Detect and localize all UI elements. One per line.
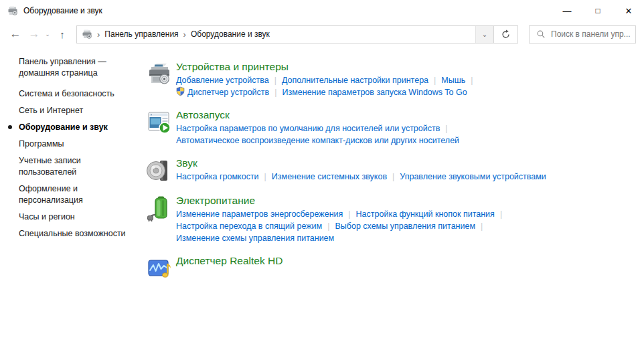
task-link[interactable]: Добавление устройства	[176, 76, 269, 85]
category-section: Устройства и принтерыДобавление устройст…	[146, 60, 632, 98]
search-box	[529, 25, 636, 43]
address-location-icon	[82, 29, 92, 39]
hardware-window-icon	[7, 5, 18, 16]
task-link[interactable]: Выбор схемы управления питанием	[335, 221, 475, 231]
window-title: Оборудование и звук	[23, 6, 102, 15]
task-separator: |	[481, 221, 483, 231]
sidebar-item-6[interactable]: Оформление и персонализация	[19, 183, 137, 206]
task-row: Настройка перехода в спящий режим|Выбор …	[176, 220, 632, 232]
task-row: Настройка параметров по умолчанию для но…	[176, 122, 632, 134]
task-link[interactable]: Изменение параметров запуска Windows To …	[282, 88, 467, 97]
recent-pages-dropdown[interactable]: ⌄	[43, 31, 52, 37]
breadcrumb-chevron[interactable]: ›	[183, 29, 186, 39]
category-section: Диспетчер Realtek HD	[146, 254, 632, 282]
breadcrumb-item[interactable]: Панель управления	[104, 29, 178, 39]
task-link[interactable]: Настройка функций кнопок питания	[356, 209, 495, 219]
sidebar-item-5[interactable]: Учетные записи пользователей	[19, 155, 137, 178]
task-separator: |	[348, 209, 350, 219]
task-link[interactable]: Настройка перехода в спящий режим	[176, 221, 322, 231]
category-title[interactable]: Диспетчер Realtek HD	[176, 254, 632, 267]
breadcrumb: ›Панель управления›Оборудование и звук	[77, 26, 475, 43]
category-title[interactable]: Устройства и принтеры	[176, 60, 632, 73]
task-link[interactable]: Изменение системных звуков	[272, 172, 387, 181]
sidebar-item-8[interactable]: Специальные возможности	[19, 228, 137, 240]
sidebar-item-label: Сеть и Интернет	[19, 106, 83, 115]
task-separator: |	[327, 221, 329, 231]
maximize-button[interactable]: □	[582, 0, 613, 21]
task-separator: |	[500, 209, 502, 219]
task-link[interactable]: Настройка громкости	[176, 172, 259, 181]
breadcrumb-chevron[interactable]: ›	[97, 29, 100, 39]
sidebar-item-label: Система и безопасность	[19, 89, 114, 98]
sidebar-item-label: Оформление и персонализация	[19, 184, 83, 205]
sidebar-item-label: Оборудование и звук	[19, 122, 108, 132]
speaker-icon[interactable]	[146, 157, 173, 184]
category-section: АвтозапускНастройка параметров по умолча…	[146, 108, 632, 147]
back-button[interactable]: ←	[8, 27, 23, 41]
sidebar-item-2[interactable]: Сеть и Интернет	[19, 105, 137, 116]
main-content: Устройства и принтерыДобавление устройст…	[146, 60, 632, 292]
category-title[interactable]: Автозапуск	[176, 108, 632, 121]
task-row: Автоматическое воспроизведение компакт-д…	[176, 134, 632, 147]
sidebar-item-3[interactable]: Оборудование и звук	[19, 122, 137, 133]
sidebar-item-label: Специальные возможности	[19, 229, 126, 238]
task-separator: |	[471, 76, 473, 85]
task-link[interactable]: Изменение схемы управления питанием	[176, 234, 334, 243]
title-bar: Оборудование и звук — □ ✕	[0, 0, 644, 21]
address-dropdown-button[interactable]: ⌄	[475, 26, 493, 43]
task-row: Изменение параметров энергосбережения|На…	[176, 208, 632, 220]
category-body: ЭлектропитаниеИзменение параметров энерг…	[176, 194, 632, 244]
uac-shield-icon	[176, 86, 185, 96]
task-link[interactable]: Дополнительные настройки принтера	[282, 76, 428, 85]
sidebar-item-0[interactable]: Панель управления — домашняя страница	[19, 56, 137, 79]
sidebar-item-7[interactable]: Часы и регион	[19, 211, 137, 223]
sidebar-item-4[interactable]: Программы	[19, 139, 137, 150]
category-section: ЭлектропитаниеИзменение параметров энерг…	[146, 194, 632, 244]
task-separator: |	[392, 172, 394, 181]
task-separator: |	[274, 88, 276, 97]
realtek-icon[interactable]	[146, 255, 173, 282]
up-button[interactable]: ↑	[55, 29, 70, 40]
task-link[interactable]: Автоматическое воспроизведение компакт-д…	[176, 136, 459, 145]
category-body: Диспетчер Realtek HD	[176, 254, 632, 282]
devices-printers-icon[interactable]	[146, 61, 173, 88]
task-separator: |	[434, 76, 436, 85]
current-page-bullet	[8, 125, 12, 129]
forward-button[interactable]: →	[27, 27, 42, 41]
sidebar-item-label: Часы и регион	[19, 212, 75, 221]
task-link[interactable]: Диспетчер устройств	[176, 88, 269, 97]
category-body: ЗвукНастройка громкости|Изменение систем…	[176, 157, 632, 184]
refresh-icon	[501, 29, 511, 39]
sidebar-item-label: Программы	[19, 139, 64, 149]
autoplay-icon[interactable]	[146, 109, 173, 136]
sidebar-item-1[interactable]: Система и безопасность	[19, 88, 137, 100]
task-link[interactable]: Мышь	[441, 76, 465, 85]
sidebar-item-label: Панель управления — домашняя страница	[19, 57, 106, 78]
category-title[interactable]: Звук	[176, 157, 632, 169]
search-input[interactable]	[551, 29, 635, 39]
task-link[interactable]: Изменение параметров энергосбережения	[176, 209, 343, 219]
breadcrumb-item[interactable]: Оборудование и звук	[191, 29, 270, 39]
category-body: Устройства и принтерыДобавление устройст…	[176, 60, 632, 98]
task-separator: |	[274, 76, 276, 85]
sidebar: Панель управления — домашняя страницаСис…	[19, 56, 137, 245]
address-bar[interactable]: ›Панель управления›Оборудование и звук ⌄	[76, 25, 518, 43]
caption-buttons: — □ ✕	[552, 0, 644, 21]
navigation-bar: ← → ⌄ ↑ ›Панель управления›Оборудование …	[0, 21, 644, 47]
sidebar-item-label: Учетные записи пользователей	[19, 156, 81, 177]
task-separator: |	[264, 172, 266, 181]
power-icon[interactable]	[146, 195, 173, 221]
category-body: АвтозапускНастройка параметров по умолча…	[176, 108, 632, 147]
minimize-button[interactable]: —	[552, 0, 582, 21]
close-button[interactable]: ✕	[613, 0, 644, 21]
refresh-button[interactable]	[493, 26, 517, 43]
task-row: Изменение схемы управления питанием	[176, 232, 632, 244]
task-link[interactable]: Настройка параметров по умолчанию для но…	[176, 124, 440, 133]
category-title[interactable]: Электропитание	[176, 194, 632, 207]
task-separator: |	[445, 124, 447, 133]
category-section: ЗвукНастройка громкости|Изменение систем…	[146, 157, 632, 184]
task-row: Настройка громкости|Изменение системных …	[176, 171, 632, 183]
task-link[interactable]: Управление звуковыми устройствами	[400, 172, 546, 181]
task-row: Диспетчер устройств|Изменение параметров…	[176, 86, 632, 98]
task-row: Добавление устройства|Дополнительные нас…	[176, 74, 632, 86]
